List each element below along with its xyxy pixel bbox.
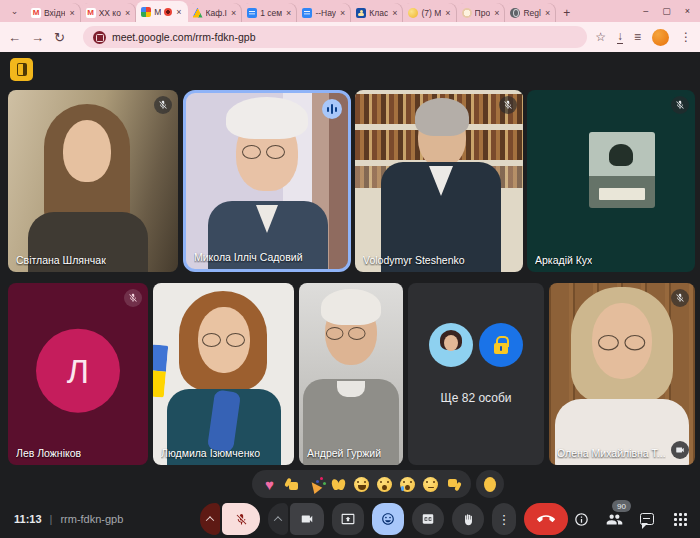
- bookmark-star-icon[interactable]: ☆: [595, 31, 606, 43]
- tab-close-icon[interactable]: ×: [124, 8, 131, 18]
- window-close-button[interactable]: ×: [685, 6, 690, 16]
- meeting-room-button[interactable]: [10, 58, 33, 81]
- video-tile-arkadii[interactable]: Аркадій Кух: [527, 90, 695, 272]
- mic-muted-icon: [671, 289, 689, 307]
- crying-face-icon: [400, 477, 415, 492]
- video-tile-lev-avatar[interactable]: Л Лев Ложніков: [8, 283, 148, 465]
- mic-off-icon: [235, 513, 248, 526]
- tab-close-icon[interactable]: ×: [68, 8, 75, 18]
- tab-close-icon[interactable]: ×: [544, 8, 551, 18]
- reactions-toggle-button[interactable]: [372, 503, 404, 535]
- tab-meet-active[interactable]: M ×: [136, 1, 187, 22]
- ukraine-flag: [153, 344, 168, 397]
- tab-drive-kaf[interactable]: Каф.І ×: [188, 3, 243, 22]
- reaction-joy-button[interactable]: [353, 476, 370, 493]
- speaking-indicator-icon: [322, 99, 342, 119]
- tab-gmail-inbox[interactable]: Вхідн ×: [26, 3, 81, 22]
- participant-video: [321, 289, 381, 325]
- video-tile-olena[interactable]: Олена Михайлівна Т...: [549, 283, 695, 465]
- meeting-code: rrm-fdkn-gpb: [60, 513, 123, 525]
- back-icon[interactable]: ←: [8, 31, 21, 44]
- window-minimize-button[interactable]: –: [643, 6, 648, 16]
- tab-close-icon[interactable]: ×: [493, 8, 500, 18]
- door-icon: [17, 63, 27, 76]
- window-maximize-button[interactable]: ▢: [662, 6, 671, 16]
- reaction-party-popper-button[interactable]: [307, 476, 324, 493]
- tab-docs-1sem[interactable]: 1 сем ×: [242, 3, 297, 22]
- reload-icon[interactable]: ↻: [54, 31, 65, 44]
- participants-button[interactable]: 90: [604, 509, 624, 529]
- video-tile-mykola-speaking[interactable]: Микола Ілліч Садовий: [183, 90, 351, 272]
- video-tile-liudmyla[interactable]: Людмила Ізюмченко: [153, 283, 294, 465]
- skin-tone-icon: [484, 477, 496, 492]
- tab-search-button[interactable]: ⌄: [6, 3, 23, 20]
- camera-options-chevron[interactable]: [268, 503, 288, 535]
- tab-classroom[interactable]: Клас ×: [351, 3, 403, 22]
- smiley-icon: [381, 512, 395, 526]
- call-end-icon: [537, 510, 555, 528]
- captions-button[interactable]: [412, 503, 444, 535]
- hand-icon: [462, 513, 475, 526]
- tab-close-icon[interactable]: ×: [444, 8, 451, 18]
- switch-camera-icon[interactable]: [671, 441, 689, 459]
- camera-toggle-button[interactable]: [290, 503, 324, 535]
- participant-name: Світлана Шлянчак: [16, 254, 106, 266]
- site-recording-indicator-icon[interactable]: [93, 31, 106, 44]
- raise-hand-button[interactable]: [452, 503, 484, 535]
- forward-icon[interactable]: →: [31, 31, 44, 44]
- tab-close-icon[interactable]: ×: [339, 8, 346, 18]
- camera-icon: [300, 512, 314, 526]
- tab-close-icon[interactable]: ×: [285, 8, 292, 18]
- reaction-thumbs-up-button[interactable]: [284, 476, 301, 493]
- tab-docs-nau[interactable]: --Нау ×: [297, 3, 351, 22]
- tab-pro[interactable]: Про ×: [457, 3, 506, 22]
- end-call-button[interactable]: [524, 503, 568, 535]
- reaction-sparkling-heart-button[interactable]: [261, 476, 278, 493]
- activities-button[interactable]: [670, 509, 690, 529]
- reaction-clap-button[interactable]: [330, 476, 347, 493]
- browser-menu-icon[interactable]: ⋮: [680, 31, 692, 43]
- mic-options-chevron[interactable]: [200, 503, 220, 535]
- more-options-button[interactable]: ⋮: [492, 503, 516, 535]
- tab-gmail-conference[interactable]: XX ко ×: [81, 3, 137, 22]
- participant-name: Лев Ложніков: [16, 447, 81, 459]
- overflow-participants-tile[interactable]: Ще 82 особи: [408, 283, 544, 465]
- new-tab-button[interactable]: +: [556, 6, 577, 22]
- clapping-hands-icon: [331, 477, 346, 492]
- window-controls: – ▢ ×: [643, 0, 696, 22]
- meet-icon: [141, 7, 151, 17]
- participant-avatar: [429, 323, 473, 367]
- panel-controls: 90: [571, 509, 690, 529]
- skin-tone-selector-button[interactable]: [476, 470, 504, 498]
- profile-avatar[interactable]: [652, 29, 669, 46]
- tab-close-icon[interactable]: ×: [391, 8, 398, 18]
- downloads-icon[interactable]: ↓: [617, 30, 623, 44]
- chat-button[interactable]: [637, 509, 657, 529]
- participant-name: Volodymyr Steshenko: [363, 254, 465, 266]
- tab-regl[interactable]: Regl ×: [505, 3, 556, 22]
- apps-grid-icon: [674, 513, 687, 526]
- tears-of-joy-icon: [354, 477, 369, 492]
- mic-muted-icon: [154, 96, 172, 114]
- reading-list-icon[interactable]: ≡: [634, 31, 641, 43]
- browser-tab-strip: ⌄ Вхідн × XX ко × M × Каф.І × 1 сем × --…: [0, 0, 700, 22]
- meeting-details-button[interactable]: [571, 509, 591, 529]
- tab-label: Regl: [523, 8, 540, 18]
- avatar: Л: [36, 329, 120, 413]
- reaction-cry-button[interactable]: [399, 476, 416, 493]
- participant-video: [337, 381, 365, 397]
- video-tile-svitlana[interactable]: Світлана Шлянчак: [8, 90, 178, 272]
- meet-stage: Світлана Шлянчак Микола Ілліч Садовий Vo…: [0, 52, 700, 538]
- reaction-thumbs-down-button[interactable]: [445, 476, 462, 493]
- tab-close-icon[interactable]: ×: [175, 7, 182, 17]
- tab-close-icon[interactable]: ×: [230, 8, 237, 18]
- present-screen-button[interactable]: [332, 503, 364, 535]
- reaction-surprised-button[interactable]: [376, 476, 393, 493]
- video-tile-andrii[interactable]: Андрей Гуржий: [299, 283, 403, 465]
- tab-mail-7[interactable]: (7) М ×: [403, 3, 456, 22]
- microphone-toggle-button[interactable]: [222, 503, 260, 535]
- reaction-thinking-button[interactable]: [422, 476, 439, 493]
- video-tile-volodymyr[interactable]: Volodymyr Steshenko: [355, 90, 523, 272]
- address-bar[interactable]: meet.google.com/rrm-fdkn-gpb: [83, 26, 587, 48]
- docs-icon: [302, 8, 312, 18]
